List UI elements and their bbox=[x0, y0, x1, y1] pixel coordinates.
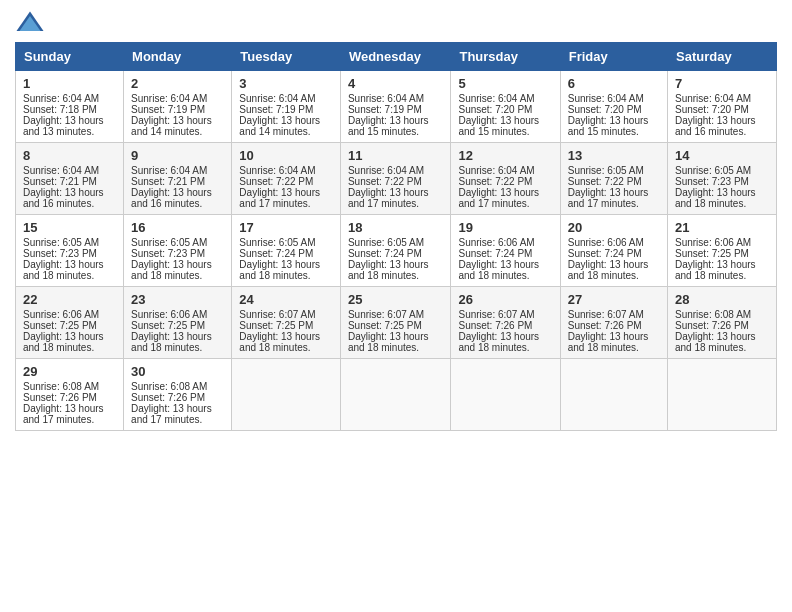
daylight-label: Daylight: 13 hours and 14 minutes. bbox=[131, 115, 212, 137]
header bbox=[15, 10, 777, 34]
daylight-label: Daylight: 13 hours and 16 minutes. bbox=[23, 187, 104, 209]
sunset-label: Sunset: 7:25 PM bbox=[348, 320, 422, 331]
sunset-label: Sunset: 7:19 PM bbox=[131, 104, 205, 115]
daylight-label: Daylight: 13 hours and 17 minutes. bbox=[348, 187, 429, 209]
sunset-label: Sunset: 7:23 PM bbox=[23, 248, 97, 259]
calendar-cell: 3Sunrise: 6:04 AMSunset: 7:19 PMDaylight… bbox=[232, 71, 341, 143]
day-number: 23 bbox=[131, 292, 224, 307]
calendar-cell: 29Sunrise: 6:08 AMSunset: 7:26 PMDayligh… bbox=[16, 359, 124, 431]
calendar-cell: 24Sunrise: 6:07 AMSunset: 7:25 PMDayligh… bbox=[232, 287, 341, 359]
day-number: 8 bbox=[23, 148, 116, 163]
sunset-label: Sunset: 7:23 PM bbox=[131, 248, 205, 259]
day-number: 20 bbox=[568, 220, 660, 235]
sunrise-label: Sunrise: 6:04 AM bbox=[348, 165, 424, 176]
sunrise-label: Sunrise: 6:04 AM bbox=[458, 93, 534, 104]
calendar-cell: 14Sunrise: 6:05 AMSunset: 7:23 PMDayligh… bbox=[668, 143, 777, 215]
sunrise-label: Sunrise: 6:05 AM bbox=[675, 165, 751, 176]
sunset-label: Sunset: 7:23 PM bbox=[675, 176, 749, 187]
sunrise-label: Sunrise: 6:04 AM bbox=[131, 165, 207, 176]
day-number: 2 bbox=[131, 76, 224, 91]
sunrise-label: Sunrise: 6:06 AM bbox=[675, 237, 751, 248]
sunset-label: Sunset: 7:18 PM bbox=[23, 104, 97, 115]
calendar-cell: 9Sunrise: 6:04 AMSunset: 7:21 PMDaylight… bbox=[124, 143, 232, 215]
day-number: 10 bbox=[239, 148, 333, 163]
daylight-label: Daylight: 13 hours and 18 minutes. bbox=[675, 331, 756, 353]
daylight-label: Daylight: 13 hours and 18 minutes. bbox=[348, 331, 429, 353]
sunset-label: Sunset: 7:25 PM bbox=[23, 320, 97, 331]
sunset-label: Sunset: 7:20 PM bbox=[675, 104, 749, 115]
calendar-cell: 23Sunrise: 6:06 AMSunset: 7:25 PMDayligh… bbox=[124, 287, 232, 359]
calendar-cell: 10Sunrise: 6:04 AMSunset: 7:22 PMDayligh… bbox=[232, 143, 341, 215]
daylight-label: Daylight: 13 hours and 18 minutes. bbox=[675, 187, 756, 209]
daylight-label: Daylight: 13 hours and 18 minutes. bbox=[568, 259, 649, 281]
sunset-label: Sunset: 7:22 PM bbox=[239, 176, 313, 187]
calendar-cell bbox=[560, 359, 667, 431]
day-number: 22 bbox=[23, 292, 116, 307]
day-number: 4 bbox=[348, 76, 444, 91]
calendar-cell: 28Sunrise: 6:08 AMSunset: 7:26 PMDayligh… bbox=[668, 287, 777, 359]
week-row-3: 15Sunrise: 6:05 AMSunset: 7:23 PMDayligh… bbox=[16, 215, 777, 287]
daylight-label: Daylight: 13 hours and 18 minutes. bbox=[23, 331, 104, 353]
sunrise-label: Sunrise: 6:06 AM bbox=[458, 237, 534, 248]
calendar-cell: 27Sunrise: 6:07 AMSunset: 7:26 PMDayligh… bbox=[560, 287, 667, 359]
calendar-cell: 2Sunrise: 6:04 AMSunset: 7:19 PMDaylight… bbox=[124, 71, 232, 143]
daylight-label: Daylight: 13 hours and 18 minutes. bbox=[23, 259, 104, 281]
daylight-label: Daylight: 13 hours and 16 minutes. bbox=[675, 115, 756, 137]
daylight-label: Daylight: 13 hours and 18 minutes. bbox=[131, 259, 212, 281]
day-number: 3 bbox=[239, 76, 333, 91]
day-number: 6 bbox=[568, 76, 660, 91]
calendar-cell: 1Sunrise: 6:04 AMSunset: 7:18 PMDaylight… bbox=[16, 71, 124, 143]
sunset-label: Sunset: 7:19 PM bbox=[348, 104, 422, 115]
day-number: 24 bbox=[239, 292, 333, 307]
day-number: 29 bbox=[23, 364, 116, 379]
sunrise-label: Sunrise: 6:04 AM bbox=[239, 165, 315, 176]
sunrise-label: Sunrise: 6:07 AM bbox=[348, 309, 424, 320]
daylight-label: Daylight: 13 hours and 18 minutes. bbox=[239, 259, 320, 281]
calendar-cell: 21Sunrise: 6:06 AMSunset: 7:25 PMDayligh… bbox=[668, 215, 777, 287]
sunrise-label: Sunrise: 6:05 AM bbox=[348, 237, 424, 248]
day-number: 15 bbox=[23, 220, 116, 235]
calendar-cell: 13Sunrise: 6:05 AMSunset: 7:22 PMDayligh… bbox=[560, 143, 667, 215]
calendar-cell bbox=[451, 359, 560, 431]
weekday-header-saturday: Saturday bbox=[668, 43, 777, 71]
calendar-cell: 20Sunrise: 6:06 AMSunset: 7:24 PMDayligh… bbox=[560, 215, 667, 287]
daylight-label: Daylight: 13 hours and 18 minutes. bbox=[239, 331, 320, 353]
weekday-header-sunday: Sunday bbox=[16, 43, 124, 71]
calendar-cell: 12Sunrise: 6:04 AMSunset: 7:22 PMDayligh… bbox=[451, 143, 560, 215]
sunset-label: Sunset: 7:25 PM bbox=[239, 320, 313, 331]
weekday-header-wednesday: Wednesday bbox=[340, 43, 451, 71]
daylight-label: Daylight: 13 hours and 18 minutes. bbox=[131, 331, 212, 353]
sunset-label: Sunset: 7:21 PM bbox=[131, 176, 205, 187]
calendar-cell: 5Sunrise: 6:04 AMSunset: 7:20 PMDaylight… bbox=[451, 71, 560, 143]
sunrise-label: Sunrise: 6:04 AM bbox=[675, 93, 751, 104]
sunrise-label: Sunrise: 6:05 AM bbox=[239, 237, 315, 248]
daylight-label: Daylight: 13 hours and 15 minutes. bbox=[348, 115, 429, 137]
sunrise-label: Sunrise: 6:06 AM bbox=[131, 309, 207, 320]
day-number: 19 bbox=[458, 220, 552, 235]
weekday-header-row: SundayMondayTuesdayWednesdayThursdayFrid… bbox=[16, 43, 777, 71]
calendar-cell: 7Sunrise: 6:04 AMSunset: 7:20 PMDaylight… bbox=[668, 71, 777, 143]
calendar-cell: 6Sunrise: 6:04 AMSunset: 7:20 PMDaylight… bbox=[560, 71, 667, 143]
day-number: 13 bbox=[568, 148, 660, 163]
calendar-table: SundayMondayTuesdayWednesdayThursdayFrid… bbox=[15, 42, 777, 431]
logo bbox=[15, 10, 49, 34]
sunset-label: Sunset: 7:26 PM bbox=[568, 320, 642, 331]
sunset-label: Sunset: 7:21 PM bbox=[23, 176, 97, 187]
calendar-cell: 4Sunrise: 6:04 AMSunset: 7:19 PMDaylight… bbox=[340, 71, 451, 143]
daylight-label: Daylight: 13 hours and 13 minutes. bbox=[23, 115, 104, 137]
daylight-label: Daylight: 13 hours and 18 minutes. bbox=[348, 259, 429, 281]
sunrise-label: Sunrise: 6:04 AM bbox=[239, 93, 315, 104]
calendar-cell: 8Sunrise: 6:04 AMSunset: 7:21 PMDaylight… bbox=[16, 143, 124, 215]
sunrise-label: Sunrise: 6:04 AM bbox=[23, 93, 99, 104]
sunrise-label: Sunrise: 6:04 AM bbox=[348, 93, 424, 104]
daylight-label: Daylight: 13 hours and 16 minutes. bbox=[131, 187, 212, 209]
day-number: 17 bbox=[239, 220, 333, 235]
sunset-label: Sunset: 7:26 PM bbox=[131, 392, 205, 403]
sunset-label: Sunset: 7:20 PM bbox=[568, 104, 642, 115]
sunrise-label: Sunrise: 6:05 AM bbox=[131, 237, 207, 248]
day-number: 9 bbox=[131, 148, 224, 163]
sunrise-label: Sunrise: 6:05 AM bbox=[568, 165, 644, 176]
day-number: 14 bbox=[675, 148, 769, 163]
sunrise-label: Sunrise: 6:04 AM bbox=[568, 93, 644, 104]
sunset-label: Sunset: 7:25 PM bbox=[131, 320, 205, 331]
